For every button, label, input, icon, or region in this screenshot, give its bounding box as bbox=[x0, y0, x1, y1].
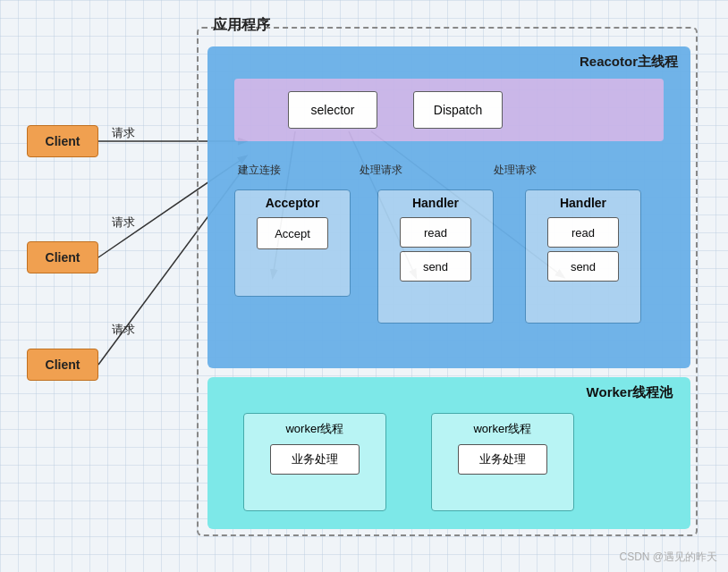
app-box: 应用程序 Reacotor主线程 selector Dispatch 建立连接 … bbox=[197, 27, 698, 536]
worker1-label: worker线程 bbox=[244, 414, 385, 441]
diagram-container: 应用程序 Reacotor主线程 selector Dispatch 建立连接 … bbox=[18, 18, 710, 554]
worker2-biz: 业务处理 bbox=[458, 444, 547, 475]
req2-label: 请求 bbox=[112, 214, 135, 231]
worker1-biz: 业务处理 bbox=[270, 444, 360, 475]
req1-label: 请求 bbox=[112, 125, 135, 141]
dispatch-box: Dispatch bbox=[413, 91, 503, 129]
establish-conn-label: 建立连接 bbox=[238, 163, 281, 178]
handle-req2-label: 处理请求 bbox=[494, 163, 537, 178]
handler2-box: Handler read send bbox=[525, 189, 641, 324]
req3-label: 请求 bbox=[112, 322, 135, 338]
handler1-send: send bbox=[400, 251, 471, 282]
app-box-label: 应用程序 bbox=[213, 16, 270, 35]
handler2-label: Handler bbox=[526, 190, 640, 214]
worker1-box: worker线程 业务处理 bbox=[243, 413, 386, 511]
client2-box: Client bbox=[27, 241, 98, 273]
worker-pool-label: Worker线程池 bbox=[587, 384, 673, 401]
selector-dispatch-box: selector Dispatch bbox=[234, 79, 664, 141]
worker-pool-box: Worker线程池 worker线程 业务处理 worker线程 业务处理 bbox=[207, 377, 690, 529]
reactor-box: Reacotor主线程 selector Dispatch 建立连接 处理请求 … bbox=[207, 46, 690, 368]
worker2-label: worker线程 bbox=[432, 414, 573, 441]
handler2-send: send bbox=[547, 251, 619, 282]
handler2-read: read bbox=[547, 217, 619, 248]
client3-box: Client bbox=[27, 349, 98, 381]
accept-box: Accept bbox=[257, 217, 328, 249]
worker2-box: worker线程 业务处理 bbox=[431, 413, 574, 511]
handle-req1-label: 处理请求 bbox=[360, 163, 402, 178]
selector-box: selector bbox=[288, 91, 377, 129]
acceptor-label: Acceptor bbox=[235, 190, 350, 214]
handler1-label: Handler bbox=[378, 190, 493, 214]
handler1-box: Handler read send bbox=[377, 189, 494, 324]
client1-box: Client bbox=[27, 125, 98, 157]
handler1-read: read bbox=[400, 217, 471, 248]
watermark: CSDN @遇见的昨天 bbox=[619, 550, 717, 565]
reactor-label: Reacotor主线程 bbox=[580, 54, 678, 71]
acceptor-box: Acceptor Accept bbox=[234, 189, 351, 297]
